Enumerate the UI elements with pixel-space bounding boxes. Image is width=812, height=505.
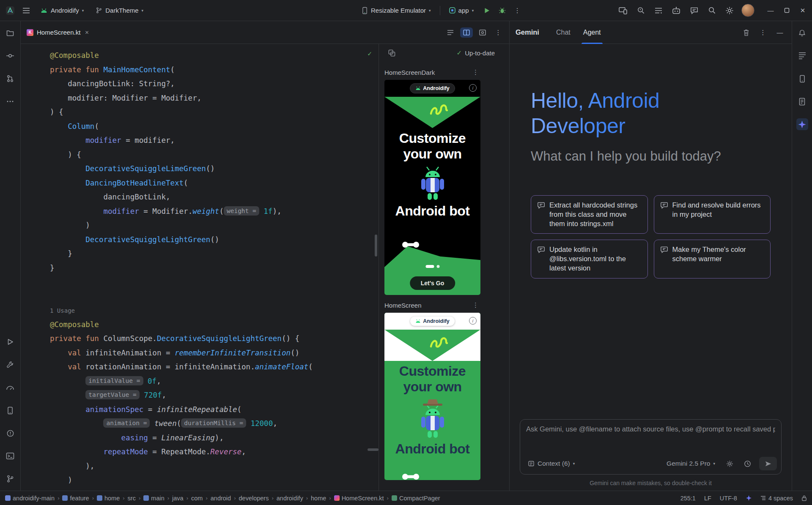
suggestion-card[interactable]: Update kotlin in @libs.version.toml to t… <box>531 240 648 278</box>
preview-layout-icon[interactable] <box>386 47 398 59</box>
run-tool-icon[interactable] <box>4 336 16 348</box>
code-line[interactable]: modifier: Modifier = Modifier, <box>50 91 379 106</box>
window-close-icon[interactable]: ✕ <box>797 5 809 16</box>
run-button[interactable] <box>481 5 493 16</box>
suggestion-card[interactable]: Make my Theme's color scheme warmer <box>654 240 771 278</box>
clear-conversation-icon[interactable] <box>740 27 752 38</box>
split-view-button[interactable] <box>460 27 473 38</box>
running-devices-tool-icon[interactable] <box>4 404 16 416</box>
project-selector[interactable]: Androidify ▾ <box>36 5 88 16</box>
breadcrumb-item[interactable]: com <box>191 495 203 502</box>
tab-close-icon[interactable]: ✕ <box>84 29 90 36</box>
readonly-lock-icon[interactable] <box>801 495 807 501</box>
phone-preview[interactable]: Androidify i Customize your own Android … <box>384 313 480 480</box>
indent-indicator[interactable]: 4 spaces <box>760 495 793 502</box>
design-view-button[interactable] <box>476 27 489 38</box>
gemini-settings-icon[interactable] <box>724 458 735 470</box>
code-line[interactable]: easing = LinearEasing), <box>50 431 379 445</box>
breadcrumb-item[interactable]: feature <box>62 495 89 502</box>
code-line[interactable]: } <box>50 261 379 276</box>
app-logo-icon[interactable] <box>4 5 16 16</box>
breadcrumb-item[interactable]: java <box>172 495 184 502</box>
code-view-button[interactable] <box>444 27 457 38</box>
code-line[interactable] <box>50 289 379 304</box>
device-manager-tool-icon[interactable] <box>796 73 808 85</box>
preview-more-icon[interactable]: ⋮ <box>471 68 480 76</box>
breadcrumb-item[interactable]: androidify-main <box>5 495 55 502</box>
user-avatar[interactable] <box>741 4 754 17</box>
code-line[interactable]: dancingBotLink: String?, <box>50 77 379 91</box>
breadcrumb-item[interactable]: home <box>97 495 120 502</box>
more-tool-windows-icon[interactable] <box>4 96 16 107</box>
code-line[interactable]: animationSpec = infiniteRepeatable( <box>50 403 379 417</box>
breadcrumb-item[interactable]: HomeScreen.kt <box>334 495 384 502</box>
settings-icon[interactable] <box>724 5 735 16</box>
code-line[interactable]: @Composable <box>50 49 379 63</box>
breadcrumb-item[interactable]: CompactPager <box>392 495 440 502</box>
build-variants-tool-icon[interactable] <box>796 50 808 62</box>
device-streaming-icon[interactable] <box>617 5 629 16</box>
code-line[interactable]: animation = tween(durationMillis = 12000… <box>50 417 379 431</box>
pull-requests-tool-icon[interactable] <box>4 73 16 85</box>
feedback-icon[interactable] <box>688 5 700 16</box>
code-line[interactable]: val rotationAnimation = infiniteAnimatio… <box>50 360 379 374</box>
tab-homescreen-kt[interactable]: K HomeScreen.kt ✕ <box>21 21 96 44</box>
search-everywhere-icon[interactable] <box>706 5 718 16</box>
code-editor[interactable]: ✓ @Composableprivate fun MainHomeContent… <box>21 44 379 491</box>
window-maximize-icon[interactable] <box>781 5 793 16</box>
model-selector[interactable]: Gemini 2.5 Pro ▾ <box>664 458 718 469</box>
logcat-icon[interactable] <box>653 5 664 16</box>
ai-status-icon[interactable] <box>746 495 752 501</box>
code-line[interactable]: val infiniteAnimation = rememberInfinite… <box>50 346 379 360</box>
breadcrumb-item[interactable]: android <box>211 495 231 502</box>
code-line[interactable]: @Composable <box>50 318 379 332</box>
code-line[interactable]: initialValue = 0f, <box>50 374 379 389</box>
project-tool-icon[interactable] <box>4 27 16 39</box>
device-explorer-tool-icon[interactable] <box>796 96 808 107</box>
code-line[interactable]: Column( <box>50 120 379 134</box>
run-config-selector[interactable]: app ▾ <box>445 5 478 16</box>
editor-scrollbar-thumb[interactable] <box>375 235 377 257</box>
code-line[interactable]: DancingBotHeadlineText( <box>50 176 379 191</box>
code-line[interactable]: ) <box>50 218 379 233</box>
code-line[interactable]: ) { <box>50 105 379 120</box>
code-line[interactable]: dancingBotLink, <box>50 190 379 205</box>
code-line[interactable]: ) <box>50 473 379 488</box>
suggestion-card[interactable]: Find and resolve build errors in my proj… <box>654 195 771 234</box>
terminal-tool-icon[interactable] <box>4 450 16 462</box>
window-minimize-icon[interactable]: — <box>765 5 776 16</box>
code-inspection-icon[interactable] <box>635 5 647 16</box>
debug-button[interactable] <box>496 5 508 16</box>
code-line[interactable]: private fun MainHomeContent( <box>50 63 379 77</box>
code-line[interactable]: } <box>50 247 379 261</box>
problems-tool-icon[interactable] <box>4 427 16 439</box>
gemini-options-icon[interactable]: ⋮ <box>757 27 769 38</box>
hide-panel-icon[interactable]: — <box>774 27 786 38</box>
breadcrumb-item[interactable]: src <box>128 495 136 502</box>
code-line[interactable]: repeatMode = RepeatMode.Reverse, <box>50 445 379 459</box>
commit-tool-icon[interactable] <box>4 50 16 62</box>
phone-preview[interactable]: Androidify i Customize your own Android … <box>384 80 480 295</box>
code-line[interactable]: modifier = Modifier.weight(weight = 1f), <box>50 205 379 219</box>
tab-agent[interactable]: Agent <box>583 21 601 44</box>
code-line[interactable]: modifier = modifier, <box>50 134 379 148</box>
encoding-indicator[interactable]: UTF-8 <box>720 495 737 502</box>
preview-more-icon[interactable]: ⋮ <box>471 301 480 309</box>
suggestion-card[interactable]: Extract all hardcoded strings from this … <box>531 195 648 234</box>
profiler-tool-icon[interactable] <box>4 382 16 393</box>
more-actions-icon[interactable]: ⋮ <box>511 5 523 16</box>
version-control-tool-icon[interactable] <box>4 473 16 485</box>
code-line[interactable]: targetValue = 720f, <box>50 388 379 403</box>
breadcrumb-item[interactable]: home <box>311 495 326 502</box>
gemini-tool-icon[interactable] <box>796 118 808 130</box>
breadcrumb-item[interactable]: main <box>143 495 164 502</box>
build-tool-icon[interactable] <box>4 359 16 371</box>
main-menu-icon[interactable] <box>20 5 32 16</box>
code-line[interactable]: ) { <box>50 148 379 162</box>
ai-troubleshoot-icon[interactable] <box>670 5 682 16</box>
branch-selector[interactable]: DarkTheme ▾ <box>92 5 147 16</box>
line-ending-indicator[interactable]: LF <box>704 495 711 502</box>
code-line[interactable]: DecorativeSquiggleLimeGreen() <box>50 162 379 176</box>
code-line[interactable]: 1 Usage <box>50 303 379 318</box>
code-line[interactable]: private fun ColumnScope.DecorativeSquigg… <box>50 332 379 346</box>
